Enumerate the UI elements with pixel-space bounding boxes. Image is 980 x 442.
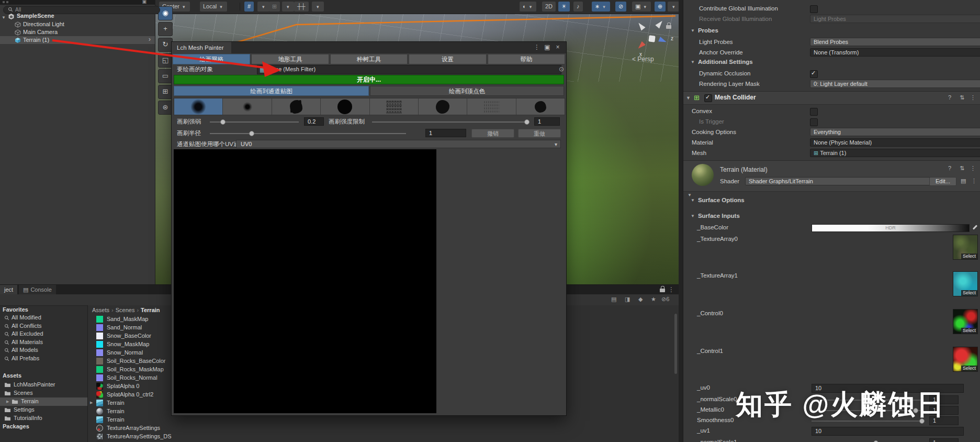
- foldout-arrow-icon[interactable]: ▶: [6, 397, 9, 406]
- kebab-menu-icon[interactable]: ⋮: [970, 165, 976, 172]
- 2d-view-button[interactable]: 2D: [542, 2, 556, 12]
- painter-tab[interactable]: 设置: [409, 54, 486, 64]
- metallic0-slider[interactable]: [812, 410, 924, 411]
- material-header[interactable]: Terrain (Material) ? ⇅ ⋮ Shader Shader G…: [683, 160, 980, 192]
- brush-button[interactable]: [321, 98, 369, 115]
- hidden-packages-count[interactable]: ⊘6: [661, 296, 669, 303]
- brush-button[interactable]: [223, 98, 272, 115]
- assets-header[interactable]: Assets: [3, 372, 21, 379]
- folder-row[interactable]: Settings: [0, 406, 87, 414]
- favorite-item[interactable]: All Models: [2, 346, 86, 355]
- uv-channel-dropdown[interactable]: UV0: [236, 140, 561, 148]
- scrollbar[interactable]: [674, 314, 677, 374]
- snap-toggle-button[interactable]: ⊞: [269, 2, 280, 12]
- brush-strength-slider[interactable]: [210, 121, 299, 123]
- brush-button[interactable]: [467, 98, 516, 115]
- favorite-item[interactable]: All Materials: [2, 338, 86, 347]
- rotate-tool-button[interactable]: ↻: [158, 38, 173, 52]
- component-enabled-checkbox[interactable]: [704, 94, 712, 102]
- help-icon[interactable]: ?: [948, 165, 951, 171]
- mesh-field[interactable]: ⊞Terrain (1): [810, 149, 980, 157]
- additional-settings-foldout[interactable]: Additional Settings: [691, 59, 753, 65]
- physic-material-field[interactable]: None (Physic Material): [810, 138, 980, 147]
- brush-button[interactable]: [174, 98, 223, 115]
- uv1-field[interactable]: 10: [812, 427, 964, 436]
- shader-list-icon[interactable]: ▤: [961, 178, 966, 184]
- rendering-layer-mask-dropdown[interactable]: 0: Light Layer default: [810, 80, 980, 88]
- select-button[interactable]: Select: [961, 290, 977, 296]
- move-tool-button[interactable]: +: [158, 22, 173, 36]
- contribute-gi-checkbox[interactable]: [810, 5, 818, 13]
- normalscale1-value[interactable]: 1: [929, 438, 959, 442]
- control0-thumbnail[interactable]: Select: [953, 309, 978, 334]
- perspective-label[interactable]: < Persp: [632, 56, 654, 63]
- select-button[interactable]: Select: [961, 253, 977, 259]
- folder-row-selected[interactable]: ▶Terrain: [0, 397, 87, 406]
- project-file-row[interactable]: ▶ TextureArraySettings: [88, 424, 297, 432]
- control1-thumbnail[interactable]: Select: [953, 347, 978, 372]
- transform-tool-button[interactable]: ⊞: [158, 85, 173, 99]
- smoothness0-slider[interactable]: [812, 421, 924, 422]
- favorite-item[interactable]: All Prefabs: [2, 355, 86, 363]
- presets-icon[interactable]: ⇅: [960, 165, 964, 172]
- shader-edit-button[interactable]: Edit...: [929, 177, 956, 186]
- breadcrumb[interactable]: Assets›Scenes›Terrain: [92, 307, 160, 313]
- painting-status-bar[interactable]: 开启中...: [174, 75, 564, 84]
- gizmo-x-axis[interactable]: [636, 41, 646, 51]
- hidden-objects-button[interactable]: ⊘: [615, 2, 626, 12]
- smoothness0-value[interactable]: 1: [929, 416, 959, 425]
- hierarchy-row-terrain[interactable]: Terrain (1) ›: [0, 36, 155, 44]
- help-icon[interactable]: ?: [948, 94, 951, 101]
- folder-row[interactable]: LchMashPainter: [0, 381, 87, 389]
- strength-limit-slider[interactable]: [372, 121, 529, 123]
- lock-icon[interactable]: [660, 289, 665, 292]
- strength-limit-value[interactable]: 1: [534, 117, 560, 126]
- effects-button[interactable]: ∗ ▾: [592, 2, 610, 12]
- favorite-item[interactable]: All Modified: [2, 314, 86, 322]
- tab-project[interactable]: ject: [0, 285, 17, 294]
- orientation-toggle-button[interactable]: Local ▾: [200, 2, 227, 12]
- brush-button[interactable]: [516, 98, 565, 115]
- redo-button[interactable]: 重做: [518, 129, 561, 138]
- brush-strength-value[interactable]: 0.2: [304, 117, 324, 126]
- normalscale0-slider[interactable]: [812, 400, 924, 401]
- painter-title-tab[interactable]: Lch Mesh Painter: [172, 42, 231, 53]
- painter-tab[interactable]: 种树工具: [330, 54, 408, 64]
- folder-row[interactable]: Scenes: [0, 389, 87, 397]
- project-file-row[interactable]: ▶ Terrain: [88, 415, 297, 424]
- paint-to-channel-tab[interactable]: 绘画到通道贴图: [174, 86, 369, 96]
- scene-lighting-button[interactable]: ☀: [558, 2, 570, 12]
- light-probes-dropdown[interactable]: Blend Probes: [810, 38, 980, 46]
- snap-increment-dropdown[interactable]: ▾: [312, 2, 324, 12]
- grid-options-dropdown[interactable]: ▾: [257, 2, 269, 12]
- metallic0-value[interactable]: 1: [929, 406, 959, 415]
- kebab-menu-icon[interactable]: ⋮: [970, 94, 976, 101]
- painter-tab[interactable]: 地形工具: [251, 54, 329, 64]
- gizmos-button[interactable]: ⊕: [655, 2, 666, 12]
- surface-inputs-foldout[interactable]: Surface Inputs: [691, 213, 740, 219]
- rect-tool-button[interactable]: ▭: [158, 69, 173, 83]
- packages-header[interactable]: Packages: [3, 423, 29, 429]
- hierarchy-row-main-camera[interactable]: Main Camera: [0, 28, 155, 36]
- painter-tab[interactable]: 帮助: [488, 54, 565, 64]
- gizmo-center-cube[interactable]: [648, 35, 655, 42]
- hierarchy-row-directional-light[interactable]: Directional Light: [0, 20, 155, 28]
- shader-dropdown[interactable]: Shader Graphs/LitTerrain: [745, 177, 934, 185]
- brush-button[interactable]: [370, 98, 419, 115]
- search-by-type-icon[interactable]: ▤: [611, 296, 616, 303]
- kebab-menu-icon[interactable]: ⋮: [533, 42, 541, 53]
- gizmos-dropdown[interactable]: ▾: [668, 2, 679, 12]
- custom-tool-button[interactable]: ⊛: [158, 101, 173, 115]
- close-icon[interactable]: ×: [554, 42, 562, 53]
- painter-titlebar[interactable]: Lch Mesh Painter ⋮ ▣ ×: [172, 42, 566, 53]
- favorite-item[interactable]: All Excluded: [2, 330, 86, 338]
- texturearray0-thumbnail[interactable]: Select: [953, 235, 978, 260]
- channel-map-canvas[interactable]: [174, 149, 436, 413]
- favorite-item[interactable]: All Conflicts: [2, 322, 86, 330]
- surface-options-foldout[interactable]: Surface Options: [691, 197, 745, 203]
- tab-console[interactable]: ▤Console: [19, 285, 56, 294]
- normalscale0-value[interactable]: 1: [929, 395, 959, 404]
- favorites-header[interactable]: Favorites: [3, 306, 28, 313]
- brush-radius-value[interactable]: 1: [425, 129, 466, 137]
- paint-target-field[interactable]: ▦None (Mesh Filter): [257, 65, 561, 74]
